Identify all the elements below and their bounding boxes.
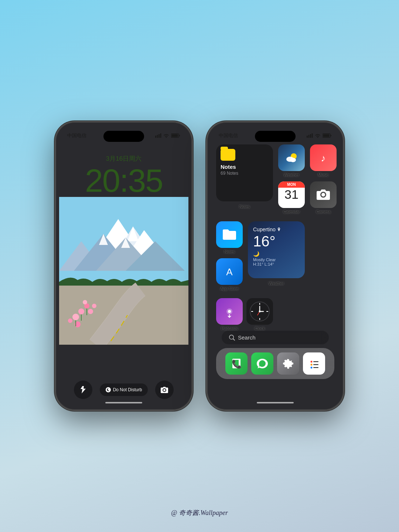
svg-text:A: A: [226, 266, 233, 277]
camera-button[interactable]: [155, 381, 174, 399]
files-icon-img: [216, 221, 243, 248]
moon-icon: 🌙: [253, 251, 300, 257]
files-app-label: Notes: [224, 249, 235, 254]
messages-dock-icon[interactable]: [251, 352, 273, 375]
phone-dock-icon[interactable]: 📞: [225, 352, 248, 375]
notes-widget-label: Notes: [239, 204, 250, 209]
svg-rect-31: [307, 136, 308, 138]
camera-icon-img: [310, 181, 337, 208]
weather-large-label: Weather: [269, 281, 284, 286]
home-dynamic-island: [255, 131, 296, 142]
home-battery-icon: [323, 133, 332, 138]
svg-rect-36: [331, 135, 331, 136]
home-indicator: [105, 402, 142, 403]
notes-folder-icon: [221, 149, 235, 161]
do-not-disturb-button[interactable]: Do Not Disturb: [100, 383, 148, 396]
settings-dock-icon[interactable]: [277, 352, 299, 375]
clock-app-label: Clock: [255, 326, 265, 331]
music-app-icon[interactable]: ♪ Music: [310, 144, 337, 177]
home-status-icons: [307, 133, 332, 138]
weather-app-label: Weather: [284, 173, 299, 177]
svg-rect-32: [308, 135, 310, 138]
watermark: @ 奇奇酱.Wallpaper: [171, 508, 228, 517]
lock-status-bar: 中国电信: [59, 126, 188, 139]
status-icons: [155, 133, 180, 138]
svg-point-44: [228, 310, 231, 313]
apps-row-2: Notes A App Store Cupert: [216, 221, 334, 291]
lock-screen-phone: 中国电信 3月16日周六 20:35: [55, 122, 192, 410]
svg-rect-3: [160, 133, 161, 138]
location-icon: [277, 228, 281, 231]
files-app-icon[interactable]: Notes: [216, 221, 243, 254]
svg-text:♪: ♪: [321, 153, 326, 164]
svg-rect-33: [310, 134, 311, 138]
music-app-label: Music: [318, 173, 329, 177]
weather-icon-img: [278, 144, 305, 171]
appstore-app-icon[interactable]: A App Store: [216, 258, 243, 291]
podcasts-icon-img: [216, 298, 243, 325]
camera-app-label: Camera: [316, 209, 330, 214]
home-wifi-icon: [315, 133, 321, 138]
appstore-icon-img: A: [216, 258, 243, 285]
dynamic-island: [103, 131, 144, 142]
podcasts-app-icon[interactable]: Podcasts: [216, 298, 243, 331]
dock: 📞: [216, 348, 334, 379]
svg-rect-2: [158, 134, 160, 138]
svg-point-40: [290, 158, 296, 162]
weather-large-widget[interactable]: Cupertino 16° 🌙 Mostly Clear H:31° L:14°: [248, 221, 305, 278]
search-bar[interactable]: Search: [222, 331, 329, 344]
weather-high-low: H:31° L:14°: [253, 262, 300, 266]
svg-text:📞: 📞: [232, 359, 242, 369]
home-screen-phone: 中国电信 Notes 69 Notes: [207, 122, 344, 410]
lock-bottom-controls: Do Not Disturb: [59, 381, 188, 399]
svg-rect-5: [179, 135, 180, 136]
calendar-day: 31: [284, 188, 299, 201]
apps-row-1: Notes 69 Notes Notes Weather: [216, 144, 334, 214]
svg-rect-6: [172, 134, 178, 137]
calendar-app-label: Calendar: [283, 209, 300, 214]
search-bar-text: Search: [238, 334, 256, 341]
camera-app-icon[interactable]: Camera: [310, 181, 337, 214]
calendar-app-icon[interactable]: MON 31 Calendar: [278, 181, 305, 214]
home-screen: 中国电信 Notes 69 Notes: [211, 126, 340, 406]
weather-app-icon[interactable]: Weather: [278, 144, 305, 177]
home-home-indicator: [257, 402, 294, 403]
signal-icon: [155, 133, 161, 138]
weather-temperature: 16°: [253, 233, 300, 249]
podcasts-app-label: Podcasts: [221, 326, 238, 331]
svg-rect-34: [312, 133, 313, 138]
svg-point-57: [311, 364, 313, 366]
wifi-icon: [163, 133, 169, 138]
svg-point-23: [88, 309, 93, 314]
notes-widget[interactable]: Notes 69 Notes: [216, 144, 273, 201]
do-not-disturb-label: Do Not Disturb: [113, 387, 142, 392]
home-carrier: 中国电信: [219, 132, 238, 139]
svg-point-27: [83, 300, 87, 304]
svg-point-53: [259, 311, 261, 313]
music-icon-img: ♪: [310, 144, 337, 171]
svg-point-55: [311, 361, 313, 363]
svg-rect-1: [157, 135, 158, 138]
lock-time: 20:35: [59, 164, 188, 197]
clock-app-icon[interactable]: Clock: [246, 298, 273, 331]
home-apps-grid: Notes 69 Notes Notes Weather: [211, 139, 340, 331]
search-icon: [229, 335, 235, 341]
svg-point-25: [92, 304, 96, 308]
home-signal-icon: [307, 133, 313, 138]
lock-screen: 中国电信 3月16日周六 20:35: [59, 126, 188, 406]
weather-city: Cupertino: [253, 226, 300, 232]
svg-point-20: [78, 308, 84, 314]
svg-point-24: [68, 318, 72, 323]
notes-widget-count: 69 Notes: [221, 171, 269, 176]
battery-icon: [171, 133, 180, 138]
appstore-app-label: App Store: [221, 286, 239, 291]
home-status-bar: 中国电信: [211, 126, 340, 139]
flashlight-button[interactable]: [74, 381, 92, 399]
clock-icon-img: [246, 298, 273, 325]
svg-point-22: [72, 314, 79, 320]
weather-description: Mostly Clear: [253, 258, 300, 262]
reminders-dock-icon[interactable]: [303, 352, 325, 375]
calendar-month: MON: [278, 181, 305, 188]
landscape-illustration: [59, 197, 188, 345]
lock-carrier: 中国电信: [67, 132, 86, 139]
